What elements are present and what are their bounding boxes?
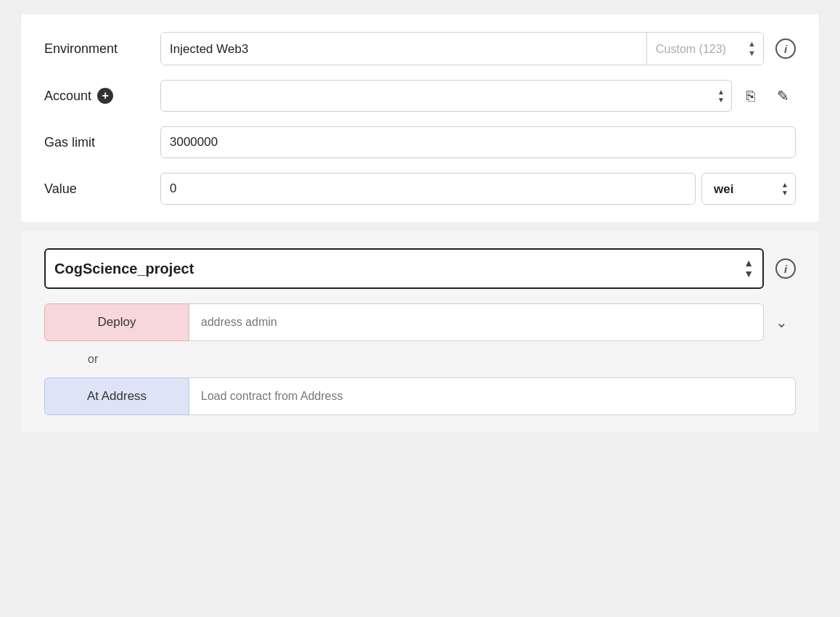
copy-account-icon[interactable]: ⎘: [738, 83, 764, 109]
contract-select-row: CogScience_project ▲ ▼ i: [44, 248, 796, 289]
environment-info-icon[interactable]: i: [775, 38, 796, 59]
contract-info-icon[interactable]: i: [775, 258, 796, 279]
gas-limit-label: Gas limit: [44, 135, 160, 150]
contract-select[interactable]: CogScience_project: [44, 248, 764, 289]
or-text: or: [88, 353, 98, 366]
gas-limit-row: Gas limit: [44, 126, 796, 158]
main-container: Environment Injected Web3 JavaScript VM …: [21, 15, 819, 441]
custom-network-select[interactable]: Custom (123): [647, 33, 763, 65]
account-input-wrapper: ▲ ▼ ⎘ ✎: [160, 80, 796, 112]
value-row: Value wei gwei finney ether ▲ ▼: [44, 173, 796, 205]
or-separator: or: [44, 353, 796, 366]
add-account-icon[interactable]: +: [97, 88, 113, 104]
value-unit-select[interactable]: wei gwei finney ether: [701, 173, 796, 205]
value-input-wrapper: wei gwei finney ether ▲ ▼: [160, 173, 796, 205]
account-select[interactable]: [160, 80, 732, 112]
at-address-button[interactable]: At Address: [44, 377, 189, 415]
environment-row: Environment Injected Web3 JavaScript VM …: [44, 32, 796, 65]
contract-select-wrapper: CogScience_project ▲ ▼: [44, 248, 764, 289]
account-row: Account + ▲ ▼ ⎘ ✎: [44, 80, 796, 112]
at-address-input[interactable]: [189, 377, 796, 415]
environment-select[interactable]: Injected Web3 JavaScript VM Web3 Provide…: [161, 33, 646, 65]
value-unit-wrapper: wei gwei finney ether ▲ ▼: [701, 173, 796, 205]
deploy-address-input[interactable]: [189, 303, 764, 341]
contract-section: CogScience_project ▲ ▼ i Deploy ⌄ or At …: [21, 231, 819, 433]
value-input[interactable]: [160, 173, 696, 205]
deploy-settings-section: Environment Injected Web3 JavaScript VM …: [21, 15, 819, 222]
gas-limit-input[interactable]: [160, 126, 796, 158]
deploy-row: Deploy ⌄: [44, 303, 796, 341]
environment-select-group: Injected Web3 JavaScript VM Web3 Provide…: [160, 32, 764, 65]
at-address-row: At Address: [44, 377, 796, 415]
environment-input-wrapper: Injected Web3 JavaScript VM Web3 Provide…: [160, 32, 796, 65]
value-label: Value: [44, 181, 160, 197]
deploy-chevron-icon[interactable]: ⌄: [767, 303, 796, 341]
account-label: Account +: [44, 88, 160, 104]
deploy-button[interactable]: Deploy: [44, 303, 189, 341]
environment-label: Environment: [44, 41, 160, 57]
gas-limit-input-wrapper: [160, 126, 796, 158]
account-select-wrapper: ▲ ▼: [160, 80, 732, 112]
edit-account-icon[interactable]: ✎: [770, 83, 796, 109]
